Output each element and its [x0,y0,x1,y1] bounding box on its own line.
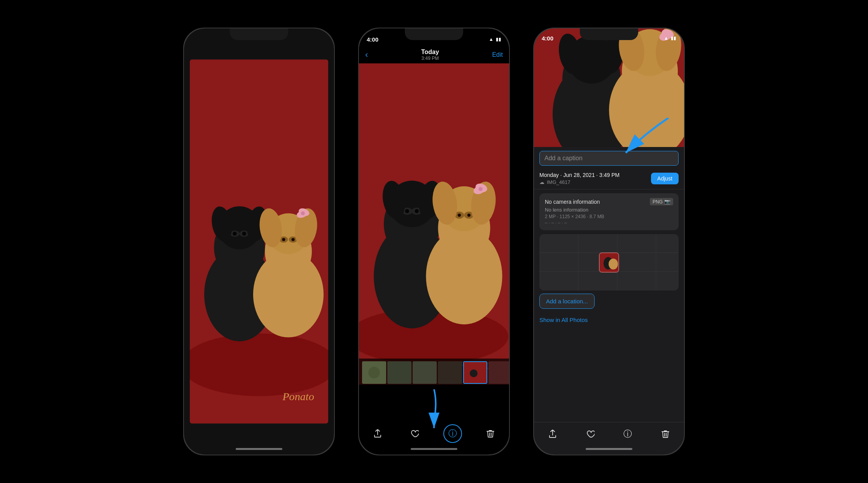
home-indicator [586,448,632,450]
phone-3-screen: 4:00 ▲ ▮▮ Add a caption [534,28,684,455]
back-button[interactable]: ‹ [365,50,368,60]
show-all-photos-button[interactable]: Show in All Photos [534,312,684,328]
nav-title: Today [421,49,439,56]
share-button[interactable] [369,425,386,442]
filename: IMG_4617 [547,179,570,185]
status-time: 4:00 [542,35,553,42]
caption-input[interactable]: Add a caption [539,151,679,166]
svg-point-40 [458,214,461,217]
svg-point-79 [609,259,618,270]
photo-preview [534,28,684,147]
film-thumb-5[interactable] [488,361,509,384]
add-location-button[interactable]: Add a location... [539,294,595,309]
home-indicator [411,448,457,450]
wifi-icon: ▲ [489,37,494,42]
wifi-icon: ▲ [664,35,668,41]
phone-1: Ponato [183,28,335,455]
photo-dims: 2 MP · 1125 × 2436 · 8.7 MB [545,214,673,219]
home-indicator [236,448,282,450]
trash-button[interactable] [657,425,674,443]
phone-2: 4:00 ▲ ▮▮ ‹ Today 3:49 PM Edit [358,28,510,455]
svg-point-41 [467,214,471,217]
share-button[interactable] [544,425,561,443]
svg-point-7 [233,232,237,236]
adjust-button[interactable]: Adjust [651,173,679,184]
svg-point-54 [470,369,478,377]
date-text: Monday · Jun 28, 2021 · 3:49 PM [539,172,620,178]
battery-icon: ▮▮ [671,35,676,41]
cloud-icon: ☁ [539,179,544,185]
edit-button[interactable]: Edit [492,51,503,58]
svg-point-1 [190,334,328,396]
png-badge: PNG [653,199,663,205]
power-button[interactable] [684,106,685,137]
svg-rect-51 [413,361,437,384]
svg-point-49 [368,367,380,378]
info-button[interactable]: ⓘ [443,424,462,443]
trash-button[interactable] [482,425,499,442]
no-lens-label: No lens information [545,207,673,213]
film-thumb-1[interactable] [362,361,386,384]
heart-button[interactable] [582,425,599,443]
film-thumb-3[interactable] [413,361,437,384]
svg-point-32 [415,209,418,213]
power-button[interactable] [509,106,510,137]
no-camera-label: No camera information [545,199,600,205]
svg-point-31 [405,209,409,213]
svg-rect-50 [387,361,411,384]
svg-point-46 [479,187,483,191]
svg-text:Ponato: Ponato [282,390,314,402]
camera-icon: 📷 [664,199,670,205]
phone-3: 4:00 ▲ ▮▮ Add a caption [533,28,685,455]
phone-2-screen: 4:00 ▲ ▮▮ ‹ Today 3:49 PM Edit [359,28,509,455]
film-thumb-selected[interactable] [463,361,487,384]
svg-rect-55 [488,361,509,384]
svg-point-16 [282,238,285,241]
svg-point-17 [292,238,295,241]
info-button[interactable]: ⓘ [619,425,636,443]
film-thumb-4[interactable] [438,361,462,384]
svg-rect-52 [438,361,462,384]
phone-1-screen: Ponato [184,28,334,455]
svg-point-8 [242,232,246,236]
dashes: – · – · – · – [545,220,673,226]
heart-button[interactable] [406,425,423,442]
status-time: 4:00 [367,36,378,43]
power-button[interactable] [334,106,335,137]
svg-point-22 [301,212,305,215]
battery-icon: ▮▮ [496,37,501,42]
map-photo-thumbnail [599,252,619,273]
nav-subtitle: 3:49 PM [421,56,439,61]
film-thumb-2[interactable] [387,361,411,384]
